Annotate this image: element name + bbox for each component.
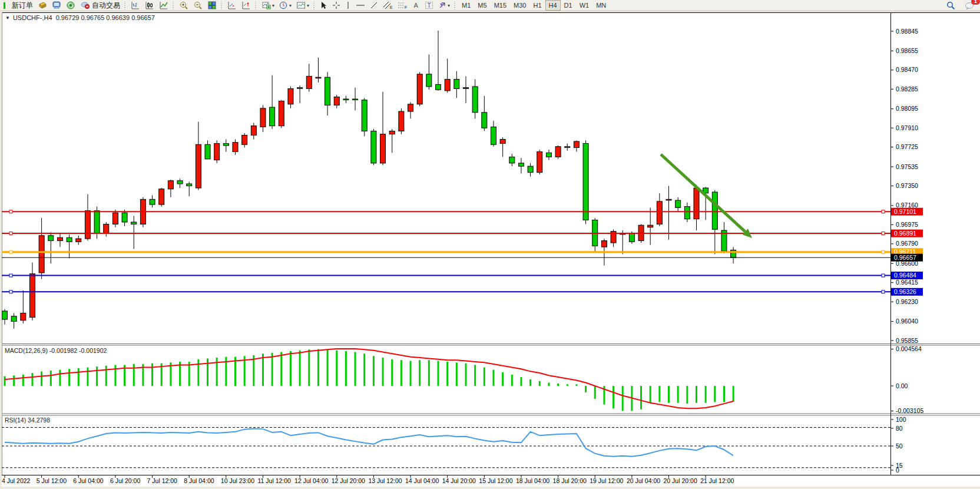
timeframe-d1-button[interactable]: D1 — [561, 0, 576, 11]
price-axis-label: 0.98655 — [896, 47, 918, 54]
chart-shift-icon — [241, 1, 251, 9]
timeframe-h1-button[interactable]: H1 — [529, 0, 545, 11]
price-tag-label: 0.96326 — [894, 288, 916, 295]
candle — [380, 134, 386, 163]
arrow-objects-icon — [438, 1, 446, 9]
tile-windows-button[interactable] — [205, 0, 219, 11]
candle — [39, 236, 44, 273]
candle — [583, 144, 588, 220]
time-axis-label: 13 Jul 12:00 — [368, 477, 402, 484]
vertical-line-tool-button[interactable] — [343, 0, 353, 11]
candle — [297, 88, 303, 89]
chart-canvas[interactable]: 0.988450.986550.984700.982850.980950.979… — [0, 0, 980, 489]
terminal-icon — [52, 1, 61, 9]
channel-tool-button[interactable]: E — [380, 0, 395, 11]
line-handle[interactable] — [882, 250, 885, 253]
toolbar-grip[interactable] — [254, 2, 257, 9]
text-label-tool-button[interactable]: T — [422, 0, 436, 11]
line-handle[interactable] — [882, 210, 885, 213]
svg-text:T: T — [428, 2, 431, 9]
trendline-tool-button[interactable] — [368, 0, 380, 11]
svg-text:A: A — [414, 2, 419, 9]
crosshair-icon — [332, 1, 340, 9]
line-handle[interactable] — [882, 290, 885, 293]
candle — [306, 76, 312, 88]
auto-trading-icon — [80, 1, 90, 9]
indicators-button[interactable]: ▾ — [259, 0, 277, 11]
new-order-icon — [4, 2, 10, 9]
candlestick-chart-icon — [145, 1, 154, 9]
templates-button[interactable]: ▾ — [294, 0, 312, 11]
toolbar-grip[interactable] — [220, 2, 223, 9]
candle — [657, 201, 662, 224]
candle — [233, 143, 238, 152]
line-handle[interactable] — [9, 210, 12, 213]
line-handle[interactable] — [882, 274, 885, 277]
candle — [436, 84, 441, 90]
chart-title-ohlc: 0.96729 0.96765 0.96639 0.96657 — [56, 14, 155, 21]
line-handle[interactable] — [9, 250, 12, 253]
price-tag-label: 0.96891 — [894, 230, 916, 237]
periods-button[interactable]: ▾ — [277, 0, 294, 11]
line-handle[interactable] — [882, 232, 885, 235]
candle — [676, 200, 681, 207]
candlestick-chart-button[interactable] — [143, 0, 157, 11]
timeframe-w1-button[interactable]: W1 — [576, 0, 593, 11]
toolbar-grip[interactable] — [124, 2, 127, 9]
market-button[interactable] — [35, 0, 49, 11]
chart-shift-button[interactable] — [239, 0, 253, 11]
candle — [251, 126, 256, 136]
line-handle[interactable] — [9, 274, 12, 277]
cursor-tool-button[interactable] — [317, 0, 330, 11]
time-axis-label: 12 Jul 20:00 — [332, 477, 365, 484]
timeframe-h4-button[interactable]: H4 — [545, 0, 561, 11]
timeframe-mn-button[interactable]: MN — [592, 0, 610, 11]
price-tag-label: 0.96484 — [894, 272, 916, 279]
line-handle[interactable] — [9, 232, 12, 235]
svg-text:F: F — [405, 5, 407, 9]
rsi-axis-label: 80 — [896, 425, 903, 432]
search-button[interactable] — [944, 0, 958, 11]
zoom-out-button[interactable] — [191, 0, 205, 11]
candle — [712, 192, 717, 229]
toolbar-grip[interactable] — [172, 2, 175, 9]
candle — [399, 111, 404, 131]
timeframe-m15-button[interactable]: M15 — [491, 0, 510, 11]
auto-scroll-button[interactable] — [225, 0, 239, 11]
toolbar-grip[interactable] — [313, 2, 316, 9]
timeframe-m1-button[interactable]: M1 — [458, 0, 474, 11]
candle — [223, 144, 229, 146]
timeframe-m30-button[interactable]: M30 — [510, 0, 529, 11]
bar-chart-button[interactable] — [128, 0, 143, 11]
chat-button[interactable]: 1 — [962, 0, 976, 11]
signals-button[interactable] — [64, 0, 78, 11]
candle — [177, 181, 183, 184]
time-axis-label: 7 Jul 12:00 — [147, 477, 178, 484]
new-order-button[interactable]: 新订单 — [1, 0, 35, 11]
line-chart-button[interactable] — [157, 0, 171, 11]
toolbar-grip[interactable] — [453, 2, 456, 9]
dropdown-caret-icon: ▾ — [272, 3, 274, 8]
time-axis-label: 18 Jul 20:00 — [553, 477, 587, 484]
svg-text:E: E — [390, 5, 393, 9]
line-handle[interactable] — [9, 290, 12, 293]
horizontal-line-tool-button[interactable] — [353, 0, 368, 11]
candle — [537, 152, 542, 173]
dropdown-caret-icon: ▾ — [448, 3, 450, 8]
dropdown-caret-icon: ▾ — [289, 3, 292, 8]
arrows-tool-button[interactable]: ▾ — [436, 0, 452, 11]
fibonacci-tool-button[interactable]: F — [395, 0, 410, 11]
terminal-button[interactable] — [49, 0, 64, 11]
crosshair-tool-button[interactable] — [330, 0, 343, 11]
text-tool-button[interactable]: A — [410, 0, 422, 11]
candle — [509, 157, 515, 163]
zoom-in-button[interactable] — [177, 0, 191, 11]
auto-trading-button[interactable]: 自动交易 — [78, 0, 122, 11]
candle — [684, 207, 690, 219]
price-axis-label: 0.98285 — [896, 85, 918, 92]
candle — [426, 74, 432, 87]
timeframe-m5-button[interactable]: M5 — [474, 0, 490, 11]
chart-title-symbol: USDCHF-,H4 — [13, 14, 52, 21]
candle — [85, 211, 90, 239]
price-axis-label: 0.96975 — [896, 221, 918, 228]
